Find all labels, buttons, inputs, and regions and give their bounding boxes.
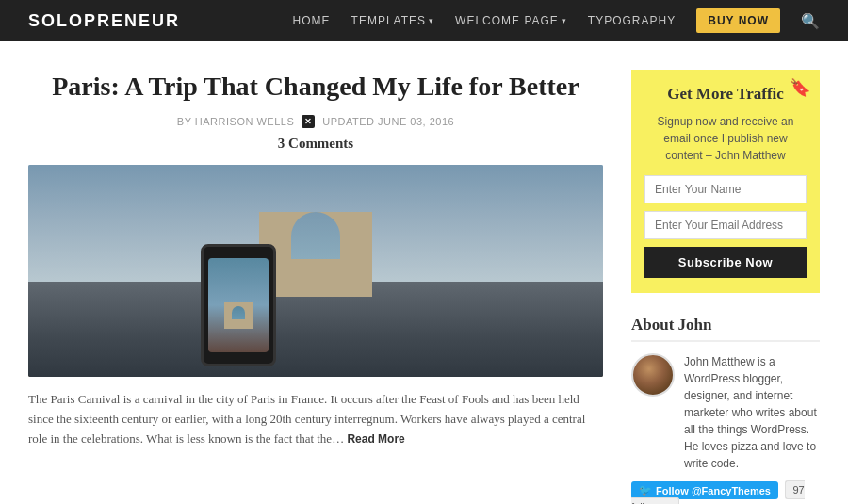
subscribe-title: Get More Traffic [644, 85, 807, 104]
content-wrapper: Paris: A Trip That Changed My Life for B… [0, 41, 848, 504]
article-title: Paris: A Trip That Changed My Life for B… [28, 70, 603, 104]
arc-de-triomphe [259, 203, 372, 297]
buy-now-button[interactable]: BUY NOW [696, 8, 780, 33]
nav-templates[interactable]: TEMPLATES ▾ [351, 14, 434, 27]
about-content: John Matthew is a WordPress blogger, des… [631, 353, 820, 472]
subscribe-name-input[interactable] [644, 175, 807, 203]
chevron-down-icon: ▾ [562, 16, 567, 25]
follow-row: 🐦 Follow @FancyThemes 97 followers [631, 481, 820, 504]
subscribe-button[interactable]: Subscribe Now [644, 247, 807, 278]
bookmark-icon: 🔖 [790, 77, 810, 98]
arc-arch [291, 212, 340, 259]
update-date: UPDATED JUNE 03, 2016 [322, 116, 454, 127]
subscribe-description: Signup now and receive an email once I p… [644, 113, 807, 164]
x-social-icon[interactable]: ✕ [302, 115, 315, 128]
author-label: BY HARRISON WELLS [177, 116, 294, 127]
subscribe-box: 🔖 Get More Traffic Signup now and receiv… [631, 70, 820, 293]
site-logo: SOLOPRENEUR [28, 11, 180, 31]
main-content: Paris: A Trip That Changed My Life for B… [28, 70, 603, 504]
sidebar: 🔖 Get More Traffic Signup now and receiv… [631, 70, 820, 504]
twitter-icon: 🐦 [639, 484, 652, 496]
about-section: About John John Matthew is a WordPress b… [631, 316, 820, 504]
chevron-down-icon: ▾ [429, 16, 434, 25]
follow-label: Follow @FancyThemes [656, 485, 771, 496]
about-bio: John Matthew is a WordPress blogger, des… [684, 353, 820, 472]
about-title: About John [631, 316, 820, 342]
article-excerpt: The Paris Carnival is a carnival in the … [28, 390, 603, 448]
comments-count[interactable]: 3 Comments [28, 136, 603, 152]
phone-screen [208, 258, 269, 352]
phone-foreground [201, 244, 276, 366]
search-icon[interactable]: 🔍 [801, 12, 820, 30]
read-more-link[interactable]: Read More [347, 432, 404, 446]
article-meta: BY HARRISON WELLS ✕ UPDATED JUNE 03, 201… [28, 115, 603, 128]
avatar [631, 353, 675, 397]
nav-home[interactable]: HOME [293, 14, 331, 27]
nav-welcome-page[interactable]: WELCOME PAGE ▾ [455, 14, 567, 27]
header: SOLOPRENEUR HOME TEMPLATES ▾ WELCOME PAG… [0, 0, 848, 41]
phone-screen-arch-hole [232, 306, 245, 319]
main-nav: HOME TEMPLATES ▾ WELCOME PAGE ▾ TYPOGRAP… [293, 8, 820, 33]
subscribe-email-input[interactable] [644, 211, 807, 239]
nav-typography[interactable]: TYPOGRAPHY [588, 14, 676, 27]
article-image [28, 165, 603, 377]
phone-screen-arch [224, 302, 253, 329]
